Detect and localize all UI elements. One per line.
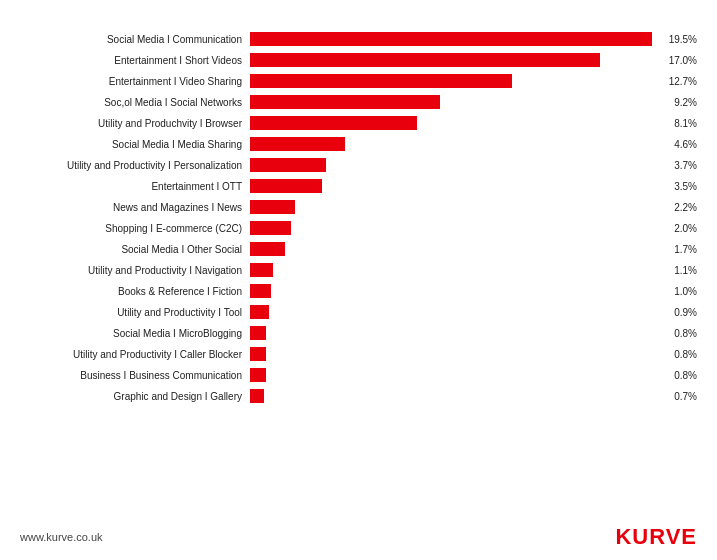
bar-label: Shopping I E-commerce (C2C) [20,223,250,234]
bar-value: 1.1% [652,265,697,276]
bar-track [250,284,652,298]
bar-track [250,368,652,382]
bar-value: 0.8% [652,349,697,360]
bar-fill [250,116,417,130]
bar-track [250,179,652,193]
bar-track [250,389,652,403]
bar-fill [250,326,266,340]
bar-track [250,221,652,235]
bar-label: Business I Business Communication [20,370,250,381]
bar-fill [250,179,322,193]
bar-label: Soc,ol Media I Social Networks [20,97,250,108]
bar-fill [250,305,269,319]
bar-row: Utility and Productivity I Tool0.9% [20,303,697,321]
bar-value: 3.5% [652,181,697,192]
bar-label: Books & Reference I Fiction [20,286,250,297]
bar-row: Social Media I MicroBlogging0.8% [20,324,697,342]
bar-fill [250,263,273,277]
bar-value: 0.8% [652,328,697,339]
footer-brand: KURVE [615,524,697,550]
bar-track [250,74,652,88]
bar-row: Soc,ol Media I Social Networks9.2% [20,93,697,111]
bar-fill [250,95,440,109]
bar-row: Utility and Productivity I Caller Blocke… [20,345,697,363]
bar-label: Social Media I Communication [20,34,250,45]
bar-track [250,53,652,67]
bar-row: Utility and Productivity I Personalizati… [20,156,697,174]
bar-label: Social Media I MicroBlogging [20,328,250,339]
bar-label: Graphic and Design I Gallery [20,391,250,402]
bar-fill [250,74,512,88]
bar-row: Utility and Productivity I Navigation1.1… [20,261,697,279]
chart-area: Social Media I Communication19.5%Enterta… [20,30,697,405]
bar-track [250,347,652,361]
bar-label: Utility and Productivity I Caller Blocke… [20,349,250,360]
bar-fill [250,137,345,151]
bar-track [250,95,652,109]
bar-value: 12.7% [652,76,697,87]
bar-track [250,137,652,151]
bar-track [250,32,652,46]
bar-track [250,200,652,214]
bar-fill [250,347,266,361]
bar-row: Entertainment I Short Videos17.0% [20,51,697,69]
bar-row: Entertainment I OTT3.5% [20,177,697,195]
bar-track [250,263,652,277]
bar-row: Social Media I Other Social1.7% [20,240,697,258]
bar-value: 1.7% [652,244,697,255]
bar-value: 3.7% [652,160,697,171]
bar-fill [250,200,295,214]
bar-fill [250,32,652,46]
bar-track [250,305,652,319]
footer-url: www.kurve.co.uk [20,531,103,543]
bar-label: Utility and Productivity I Tool [20,307,250,318]
bar-row: Social Media I Communication19.5% [20,30,697,48]
bar-fill [250,284,271,298]
bar-label: Social Media I Other Social [20,244,250,255]
bar-value: 0.8% [652,370,697,381]
bar-value: 8.1% [652,118,697,129]
bar-fill [250,389,264,403]
bar-track [250,242,652,256]
bar-label: Utility and Productivity I Personalizati… [20,160,250,171]
bar-track [250,158,652,172]
bar-fill [250,158,326,172]
bar-fill [250,221,291,235]
bar-track [250,116,652,130]
bar-row: Graphic and Design I Gallery0.7% [20,387,697,405]
bar-value: 2.2% [652,202,697,213]
bar-fill [250,368,266,382]
bar-value: 4.6% [652,139,697,150]
bar-label: Utility and Productivity I Navigation [20,265,250,276]
bar-value: 2.0% [652,223,697,234]
bar-fill [250,242,285,256]
footer: www.kurve.co.uk KURVE [20,524,697,550]
bar-value: 0.9% [652,307,697,318]
bar-label: Entertainment I Short Videos [20,55,250,66]
bar-row: Social Media I Media Sharing4.6% [20,135,697,153]
bar-value: 0.7% [652,391,697,402]
bar-row: Entertainment I Video Sharing12.7% [20,72,697,90]
bar-fill [250,53,600,67]
bar-track [250,326,652,340]
bar-row: Shopping I E-commerce (C2C)2.0% [20,219,697,237]
bar-label: Utility and Produchvity I Browser [20,118,250,129]
bar-row: News and Magazines I News2.2% [20,198,697,216]
bar-row: Business I Business Communication0.8% [20,366,697,384]
bar-row: Utility and Produchvity I Browser8.1% [20,114,697,132]
bar-label: Social Media I Media Sharing [20,139,250,150]
bar-value: 19.5% [652,34,697,45]
bar-value: 17.0% [652,55,697,66]
bar-value: 9.2% [652,97,697,108]
bar-label: News and Magazines I News [20,202,250,213]
page-container: Social Media I Communication19.5%Enterta… [0,0,717,560]
bar-label: Entertainment I OTT [20,181,250,192]
bar-row: Books & Reference I Fiction1.0% [20,282,697,300]
bar-value: 1.0% [652,286,697,297]
bar-label: Entertainment I Video Sharing [20,76,250,87]
